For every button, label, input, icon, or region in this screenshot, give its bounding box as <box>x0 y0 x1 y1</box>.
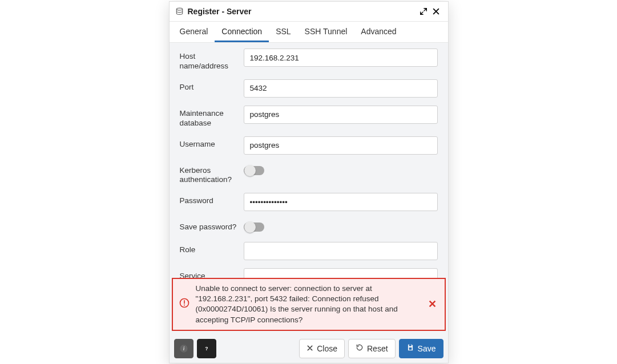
help-button[interactable]: ? <box>197 339 216 358</box>
username-input[interactable] <box>244 136 438 155</box>
svg-text:?: ? <box>205 346 208 351</box>
reset-button[interactable]: Reset <box>348 339 396 358</box>
password-input[interactable] <box>244 193 438 211</box>
label-username: Username <box>180 136 244 149</box>
save-icon <box>406 343 414 353</box>
close-button-label: Close <box>317 344 337 353</box>
tab-general[interactable]: General <box>173 22 215 42</box>
reset-icon <box>356 343 364 353</box>
label-save-password: Save password? <box>180 219 244 232</box>
error-message: Unable to connect to server: connection … <box>196 284 420 325</box>
svg-rect-9 <box>409 347 412 350</box>
close-button[interactable]: Close <box>299 339 345 358</box>
label-service: Service <box>180 268 244 278</box>
server-icon <box>175 7 184 16</box>
save-button-label: Save <box>418 344 436 353</box>
label-kerberos: Kerberos authentication? <box>180 163 244 185</box>
label-port: Port <box>180 79 244 92</box>
x-icon <box>307 344 313 353</box>
label-role: Role <box>180 242 244 255</box>
reset-button-label: Reset <box>367 344 388 353</box>
save-button[interactable]: Save <box>399 339 443 358</box>
close-icon[interactable] <box>430 5 442 18</box>
form-wrap: Host name/address Port Maintenance datab… <box>170 43 448 363</box>
svg-point-0 <box>176 8 182 10</box>
label-password: Password <box>180 193 244 206</box>
label-host: Host name/address <box>180 48 244 71</box>
tab-advanced[interactable]: Advanced <box>354 22 403 42</box>
expand-icon[interactable] <box>417 5 430 18</box>
label-maintenance-db: Maintenance database <box>180 106 244 128</box>
role-input[interactable] <box>244 242 438 260</box>
svg-text:i: i <box>183 346 184 351</box>
svg-point-3 <box>184 305 185 306</box>
titlebar: Register - Server <box>170 2 448 22</box>
error-close-icon[interactable]: ✕ <box>426 298 439 310</box>
host-input[interactable] <box>244 48 438 67</box>
error-banner: Unable to connect to server: connection … <box>172 278 446 331</box>
save-password-toggle[interactable] <box>244 223 264 232</box>
service-input[interactable] <box>244 268 438 278</box>
svg-rect-8 <box>409 345 411 346</box>
info-button[interactable]: i <box>174 339 193 358</box>
tab-ssh-tunnel[interactable]: SSH Tunnel <box>298 22 354 42</box>
tab-bar: General Connection SSL SSH Tunnel Advanc… <box>170 22 448 43</box>
tab-connection[interactable]: Connection <box>215 22 269 42</box>
error-icon <box>179 297 190 311</box>
register-server-dialog: Register - Server General Connection SSL… <box>169 1 449 363</box>
kerberos-toggle[interactable] <box>244 166 264 175</box>
dialog-footer: i ? Close Reset Save <box>170 334 448 363</box>
port-input[interactable] <box>244 79 438 98</box>
tab-ssl[interactable]: SSL <box>269 22 297 42</box>
maintenance-db-input[interactable] <box>244 106 438 124</box>
dialog-title: Register - Server <box>188 7 417 16</box>
connection-form: Host name/address Port Maintenance datab… <box>170 43 448 278</box>
